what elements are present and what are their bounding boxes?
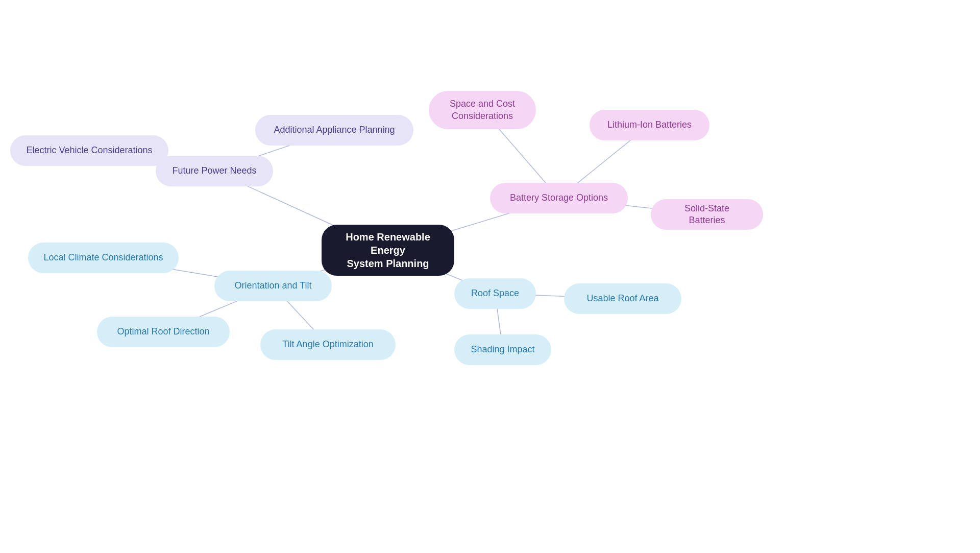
battery-storage-label: Battery Storage Options	[510, 192, 608, 204]
roof-space-label: Roof Space	[471, 287, 519, 299]
usable-roof-area-node: Usable Roof Area	[564, 283, 681, 314]
space-cost-node: Space and CostConsiderations	[429, 91, 536, 129]
roof-space-node: Roof Space	[454, 278, 536, 309]
local-climate-node: Local Climate Considerations	[28, 243, 179, 273]
shading-impact-node: Shading Impact	[454, 334, 551, 365]
lithium-ion-node: Lithium-Ion Batteries	[590, 110, 709, 140]
solid-state-node: Solid-State Batteries	[651, 199, 763, 230]
center-node: Home Renewable EnergySystem Planning	[322, 225, 454, 276]
lithium-ion-label: Lithium-Ion Batteries	[607, 119, 692, 131]
electric-vehicle-label: Electric Vehicle Considerations	[26, 145, 152, 156]
solid-state-label: Solid-State Batteries	[665, 203, 749, 227]
electric-vehicle-node: Electric Vehicle Considerations	[10, 135, 168, 166]
optimal-roof-node: Optimal Roof Direction	[97, 317, 230, 347]
tilt-angle-label: Tilt Angle Optimization	[282, 339, 373, 350]
future-power-needs-label: Future Power Needs	[172, 165, 256, 177]
usable-roof-area-label: Usable Roof Area	[586, 293, 658, 304]
additional-appliance-node: Additional Appliance Planning	[255, 115, 413, 146]
tilt-angle-node: Tilt Angle Optimization	[260, 329, 396, 360]
additional-appliance-label: Additional Appliance Planning	[274, 124, 395, 136]
orientation-tilt-label: Orientation and Tilt	[234, 280, 311, 292]
shading-impact-label: Shading Impact	[471, 344, 534, 355]
battery-storage-node: Battery Storage Options	[490, 183, 628, 213]
local-climate-label: Local Climate Considerations	[43, 252, 163, 263]
future-power-needs-node: Future Power Needs	[156, 156, 273, 186]
optimal-roof-label: Optimal Roof Direction	[117, 326, 209, 338]
orientation-tilt-node: Orientation and Tilt	[214, 271, 332, 301]
center-label: Home Renewable EnergySystem Planning	[336, 230, 440, 270]
space-cost-label: Space and CostConsiderations	[450, 98, 515, 122]
